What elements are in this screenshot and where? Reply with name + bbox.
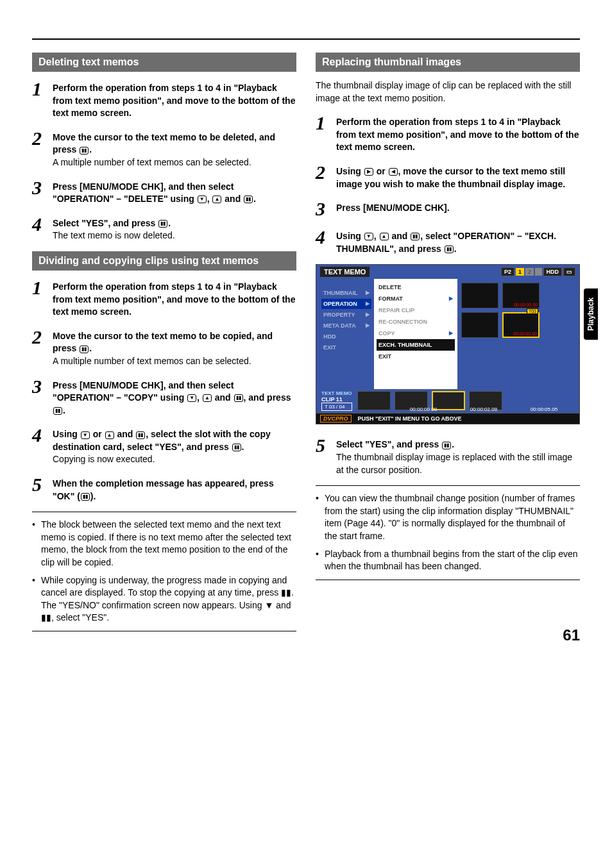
thumb-row: 00:00:00.00 — [461, 283, 575, 308]
arrow-icon: ▶ — [366, 290, 370, 296]
section-dividing-copying: Dividing and copying clips using text me… — [32, 251, 296, 271]
ss-sidebar-hdd: HDD — [321, 331, 371, 342]
step-body: Press [MENU/MODE CHK]. — [336, 199, 580, 215]
pause-icon: ▮▮ — [411, 233, 420, 240]
step-body: When the completion message has appeared… — [53, 475, 296, 503]
down-icon: ▼ — [198, 196, 207, 203]
ss-sidebar: THUMBNAIL▶ OPERATION▶ PROPERTY▶ META DAT… — [316, 279, 374, 394]
pause-icon: ▮▮ — [442, 442, 451, 449]
step-body: Press [MENU/MODE CHK], and then select "… — [53, 377, 296, 417]
step-text: Perform the operation from steps 1 to 4 … — [53, 83, 295, 118]
step-number: 5 — [316, 436, 330, 455]
t: ). — [90, 491, 96, 501]
ss-body: THUMBNAIL▶ OPERATION▶ PROPERTY▶ META DAT… — [316, 279, 579, 394]
ss-menu-delete: DELETE — [377, 281, 455, 293]
pause-icon: ▮▮ — [80, 147, 89, 154]
t: Using — [336, 231, 364, 241]
page-number: 61 — [563, 626, 580, 644]
thumb-selected: T03 00:00:00.00 — [502, 312, 540, 338]
ss-sidebar-metadata: META DATA▶ — [321, 321, 371, 331]
down-icon: ▼ — [187, 394, 196, 402]
camera-menu-screenshot: TEXT MEMO P2 1 2 HDD ▭ THUMBNAIL▶ OPERAT… — [316, 264, 580, 424]
pause-icon: ▮▮ — [158, 220, 167, 228]
pause-icon: ▮▮ — [80, 346, 89, 353]
thumb-row: T03 00:00:00.00 — [461, 312, 575, 338]
t: . — [89, 343, 92, 353]
left-column: Deleting text memos 1 Perform the operat… — [32, 53, 296, 638]
t: , — [207, 194, 212, 204]
copy-notes: The block between the selected text memo… — [32, 519, 296, 624]
arrow-icon: ▶ — [366, 312, 370, 317]
step-plain: The text memo is now deleted. — [53, 230, 175, 240]
ss-menu-format: FORMAT▶ — [377, 293, 455, 305]
step-number: 1 — [32, 79, 46, 99]
t: Using — [336, 166, 364, 176]
divider — [316, 485, 580, 486]
t: . — [242, 442, 244, 452]
step-body: Press [MENU/MODE CHK], and then select "… — [53, 178, 296, 206]
t: Select "YES", and press — [336, 439, 441, 449]
step-number: 4 — [32, 215, 46, 234]
ss-sidebar-thumbnail: THUMBNAIL▶ — [321, 288, 371, 298]
note-item: Playback from a thumbnail begins from th… — [316, 548, 580, 573]
replace-notes: You can view the thumbnail change positi… — [316, 492, 580, 573]
up-icon: ▲ — [212, 196, 221, 203]
t: PROPERTY — [323, 312, 355, 318]
step-body: Perform the operation from steps 1 to 4 … — [53, 79, 296, 120]
t: META DATA — [323, 322, 356, 329]
step-text: Move the cursor to the text memo to be d… — [53, 132, 275, 155]
note-item: You can view the thumbnail change positi… — [316, 492, 580, 542]
t: . — [452, 439, 454, 449]
ss-sidebar-exit: EXIT — [321, 342, 371, 353]
clip-counter: T 03 / 04 — [321, 403, 352, 411]
step-text: Perform the operation from steps 1 to 4 … — [336, 117, 579, 152]
t: and — [212, 392, 234, 403]
t: and — [389, 231, 411, 241]
copy-step-5: 5 When the completion message has appear… — [32, 475, 296, 503]
pause-icon: ▮▮ — [136, 431, 145, 439]
t: Using — [53, 429, 80, 439]
pause-icon: ▮▮ — [81, 493, 90, 501]
del-step-3: 3 Press [MENU/MODE CHK], and then select… — [32, 178, 296, 206]
copy-step-1: 1 Perform the operation from steps 1 to … — [32, 278, 296, 319]
t: OPERATION — [323, 301, 357, 307]
ss-menu-copy: COPY▶ — [377, 328, 455, 339]
step-body: Using ▼ or ▲ and ▮▮, select the slot wit… — [53, 426, 296, 466]
section-deleting-memos: Deleting text memos — [32, 53, 296, 72]
section-replacing-thumbnails: Replacing thumbnail images — [316, 53, 580, 72]
thumb — [461, 283, 498, 308]
up-icon: ▲ — [203, 394, 212, 402]
step-number: 1 — [32, 278, 46, 297]
ss-title-bar: TEXT MEMO P2 1 2 HDD ▭ — [316, 265, 579, 279]
step-number: 2 — [32, 328, 46, 347]
step-text: Using ▼, ▲ and ▮▮, select "OPERATION" – … — [336, 231, 556, 254]
step-text: Press [MENU/MODE CHK], and then select "… — [53, 181, 256, 204]
ss-footer: DVCPRO PUSH "EXIT" IN MENU TO GO ABOVE — [316, 413, 579, 424]
thumb — [461, 312, 498, 338]
t: , and press — [244, 392, 291, 403]
pause-icon: ▮▮ — [445, 246, 454, 253]
step-text: Move the cursor to the text memo to be c… — [53, 331, 273, 354]
side-tab-playback: Playback — [584, 288, 598, 340]
t: THUMBNAIL — [323, 290, 358, 296]
step-text: Press [MENU/MODE CHK], and then select "… — [53, 380, 291, 415]
divider — [32, 512, 296, 512]
divider — [316, 580, 580, 580]
ss-thumbs-area: 00:00:00.00 T03 00:00:00.00 — [457, 279, 579, 394]
down-icon: ▼ — [81, 431, 90, 439]
tc: 00:00:00.00 — [513, 331, 537, 336]
step-body: Move the cursor to the text memo to be d… — [53, 129, 296, 169]
slot-2: 2 — [525, 268, 534, 276]
step-text: Using ▶ or ◀, move the cursor to the tex… — [336, 166, 565, 189]
arrow-icon: ▶ — [449, 296, 453, 301]
step-number: 3 — [32, 178, 46, 197]
arrow-icon: ▶ — [366, 322, 370, 328]
pause-icon: ▮▮ — [53, 407, 62, 415]
t: . — [454, 244, 457, 254]
step-plain: The thumbnail display image is replaced … — [336, 452, 572, 475]
intro-text: The thumbnail display image of clip can … — [316, 79, 580, 104]
pause-icon: ▮▮ — [244, 196, 253, 203]
tc-value: 00:00:05.05 — [531, 406, 557, 412]
note-item: The block between the selected text memo… — [32, 519, 296, 569]
divider — [32, 631, 296, 631]
